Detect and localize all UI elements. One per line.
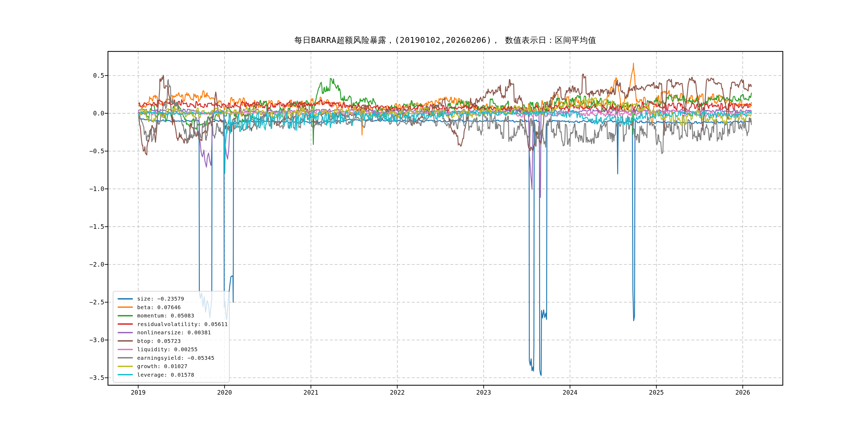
legend-swatch-momentum bbox=[118, 315, 133, 316]
x-tick-label-2021: 2021 bbox=[304, 389, 318, 396]
legend-item-momentum: momentum: 0.05083 bbox=[118, 312, 227, 320]
legend-item-liquidity: liquidity: 0.00255 bbox=[118, 345, 227, 353]
y-tick-label-4: −1.5 bbox=[90, 223, 104, 230]
y-tick-label-6: −2.5 bbox=[90, 299, 104, 306]
legend-label-leverage: leverage: 0.01578 bbox=[137, 372, 194, 378]
legend-label-momentum: momentum: 0.05083 bbox=[137, 312, 194, 319]
legend-label-liquidity: liquidity: 0.00255 bbox=[137, 346, 198, 352]
legend-swatch-beta bbox=[118, 307, 133, 308]
legend-label-btop: btop: 0.05723 bbox=[137, 338, 181, 344]
legend-swatch-earningsyield bbox=[118, 357, 133, 359]
chart-title: 每日BARRA超额风险暴露，(20190102,20260206)， 数值表示日… bbox=[108, 35, 783, 46]
legend-item-nonlinearsize: nonlinearsize: 0.00381 bbox=[118, 329, 227, 337]
legend-item-leverage: leverage: 0.01578 bbox=[118, 371, 227, 379]
legend: size: −0.23579beta: 0.07646momentum: 0.0… bbox=[113, 291, 229, 382]
legend-item-beta: beta: 0.07646 bbox=[118, 303, 227, 311]
legend-item-earningsyield: earningsyield: −0.05345 bbox=[118, 354, 227, 362]
legend-swatch-leverage bbox=[118, 374, 133, 375]
legend-swatch-btop bbox=[118, 340, 133, 342]
y-tick-label-3: −1.0 bbox=[90, 185, 104, 192]
legend-swatch-growth bbox=[118, 366, 133, 367]
legend-label-size: size: −0.23579 bbox=[137, 296, 184, 302]
legend-item-growth: growth: 0.01027 bbox=[118, 362, 227, 370]
legend-label-earningsyield: earningsyield: −0.05345 bbox=[137, 355, 214, 361]
x-tick-label-2026: 2026 bbox=[735, 389, 750, 396]
legend-item-btop: btop: 0.05723 bbox=[118, 337, 227, 345]
x-tick-label-2019: 2019 bbox=[131, 389, 146, 396]
legend-label-nonlinearsize: nonlinearsize: 0.00381 bbox=[137, 329, 211, 336]
legend-label-growth: growth: 0.01027 bbox=[137, 363, 188, 369]
figure: 每日BARRA超额风险暴露，(20190102,20260206)， 数值表示日… bbox=[0, 0, 868, 434]
legend-item-residualvolatility: residualvolatility: 0.05611 bbox=[118, 320, 227, 328]
y-tick-label-7: −3.0 bbox=[90, 337, 104, 343]
legend-swatch-nonlinearsize bbox=[118, 332, 133, 333]
x-tick-label-2024: 2024 bbox=[563, 389, 577, 396]
x-tick-label-2020: 2020 bbox=[217, 389, 232, 396]
y-tick-label-5: −2.0 bbox=[90, 261, 104, 268]
legend-swatch-size bbox=[118, 298, 133, 300]
legend-swatch-residualvolatility bbox=[118, 323, 133, 325]
y-tick-label-8: −3.5 bbox=[90, 374, 104, 381]
y-tick-label-0: 0.5 bbox=[93, 72, 104, 79]
legend-label-beta: beta: 0.07646 bbox=[137, 304, 181, 310]
x-tick-label-2023: 2023 bbox=[476, 389, 491, 396]
legend-label-residualvolatility: residualvolatility: 0.05611 bbox=[137, 321, 228, 328]
y-tick-label-1: 0.0 bbox=[93, 110, 104, 117]
legend-item-size: size: −0.23579 bbox=[118, 295, 227, 303]
x-tick-label-2025: 2025 bbox=[649, 389, 663, 396]
legend-swatch-liquidity bbox=[118, 349, 133, 350]
y-tick-label-2: −0.5 bbox=[90, 148, 104, 155]
x-tick-label-2022: 2022 bbox=[390, 389, 405, 396]
